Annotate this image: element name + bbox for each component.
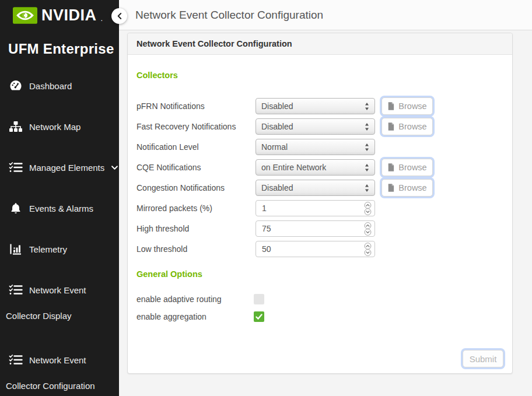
sidebar-item-network-event-collector-display[interactable]: Network Event Collector Display [0, 282, 119, 321]
sidebar-item-label: Events & Alarms [29, 204, 93, 213]
field-label: Congestion Notifications [136, 183, 256, 192]
form-row-cqe-notifications: CQE Notifications on Entire Network Brow… [136, 159, 503, 176]
sidebar-item-managed-elements[interactable]: Managed Elements [0, 159, 119, 176]
select-updown-icon [365, 184, 369, 192]
sidebar-item-label-line2: Collector Display [0, 311, 119, 321]
select-updown-icon [365, 103, 369, 110]
browse-button[interactable]: Browse [382, 97, 433, 115]
stepper-icon[interactable] [364, 242, 372, 257]
sidebar-item-label: Telemetry [29, 244, 67, 254]
main-content: Network Event Collector Configuration Co… [119, 30, 532, 396]
pfrn-notifications-select[interactable]: Disabled [256, 98, 375, 114]
submit-button[interactable]: Submit [463, 350, 503, 367]
bell-icon [8, 201, 23, 216]
sidebar-item-network-event-collector-configuration[interactable]: Network Event Collector Configuration [0, 352, 119, 391]
section-heading-collectors: Collectors [136, 71, 503, 80]
field-label: Low threshold [136, 244, 256, 254]
number-field[interactable] [262, 244, 349, 254]
sidebar-item-label: Network Map [29, 122, 80, 132]
browse-button[interactable]: Browse [382, 179, 433, 197]
field-label: High threshold [136, 224, 256, 233]
field-label: Notification Level [136, 142, 256, 152]
sidebar-item-label: Network Event [29, 285, 86, 295]
check-row-enable-adaptive-routing: enable adaptive routing [136, 290, 503, 308]
form-row-pfrn-notifications: pFRN Notifications Disabled Browse [136, 98, 503, 114]
browse-label: Browse [398, 163, 426, 172]
chevron-down-icon [111, 166, 118, 170]
select-value: Disabled [261, 101, 293, 111]
select-updown-icon [365, 123, 369, 131]
form-row-notification-level: Notification Level Normal [136, 139, 503, 155]
sidebar-item-label: Managed Elements [29, 163, 104, 173]
sidebar-item-events-alarms[interactable]: Events & Alarms [0, 200, 119, 216]
congestion-notifications-select[interactable]: Disabled [256, 180, 375, 196]
sidebar-item-telemetry[interactable]: Telemetry [0, 241, 119, 257]
gauge-icon [8, 79, 23, 93]
cqe-notifications-select[interactable]: on Entire Network [256, 159, 375, 176]
field-label: CQE Notifications [136, 163, 256, 172]
stepper-icon[interactable] [364, 222, 372, 236]
sidebar-item-network-map[interactable]: Network Map [0, 118, 119, 135]
nvidia-eye-icon [13, 7, 37, 24]
browse-label: Browse [398, 183, 426, 192]
config-card: Network Event Collector Configuration Co… [127, 33, 513, 374]
form-row-mirrored-packets: Mirrored packets (%) [136, 200, 503, 216]
select-value: on Entire Network [261, 163, 326, 172]
browse-button[interactable]: Browse [382, 159, 433, 176]
browse-label: Browse [398, 101, 426, 111]
fast-recovery-notifications-select[interactable]: Disabled [256, 118, 375, 135]
select-updown-icon [365, 164, 369, 171]
mirrored-packets-input[interactable] [256, 200, 375, 216]
form-row-high-threshold: High threshold [136, 220, 503, 237]
sidebar-item-label-line2: Collector Configuration [0, 381, 119, 391]
select-value: Disabled [261, 122, 293, 131]
bar-chart-icon [8, 242, 23, 257]
form-row-fast-recovery-notifications: Fast Recovery Notifications Disabled Bro… [136, 118, 503, 135]
nvidia-logo: NVIDIA. [13, 6, 103, 24]
sidebar-item-label: Dashboard [29, 81, 72, 91]
form-row-congestion-notifications: Congestion Notifications Disabled Browse [136, 180, 503, 196]
field-label: pFRN Notifications [136, 101, 256, 111]
select-updown-icon [365, 143, 369, 151]
checkbox-label: enable aggregation [136, 312, 254, 321]
back-button[interactable] [111, 8, 127, 24]
number-field[interactable] [262, 204, 349, 213]
list-check-icon [8, 160, 23, 175]
file-icon [387, 102, 394, 110]
sidebar-item-label: Network Event [29, 355, 86, 365]
select-value: Disabled [261, 183, 293, 192]
sidebar: NVIDIA. UFM Enterprise Dashboard [0, 0, 119, 396]
notification-level-select[interactable]: Normal [256, 139, 375, 155]
nvidia-wordmark-dot: . [101, 14, 103, 24]
list-check-icon [8, 283, 23, 297]
number-field[interactable] [262, 224, 349, 233]
card-title: Network Event Collector Configuration [128, 33, 512, 55]
enable-aggregation-checkbox[interactable] [254, 311, 264, 322]
field-label: Mirrored packets (%) [136, 204, 256, 213]
chevron-left-icon [117, 12, 122, 20]
form-row-low-threshold: Low threshold [136, 241, 503, 257]
enable-adaptive-routing-checkbox[interactable] [254, 294, 264, 304]
check-row-enable-aggregation: enable aggregation [136, 308, 503, 325]
card-body: Collectors pFRN Notifications Disabled B… [128, 55, 512, 334]
check-icon [256, 314, 262, 320]
checkbox-label: enable adaptive routing [136, 295, 254, 304]
browse-label: Browse [398, 122, 426, 131]
stepper-icon[interactable] [364, 201, 372, 216]
sidebar-item-dashboard[interactable]: Dashboard [0, 78, 119, 94]
topbar: Network Event Collector Configuration [119, 0, 532, 30]
high-threshold-input[interactable] [256, 220, 375, 237]
file-icon [387, 122, 394, 131]
list-check-icon [8, 353, 23, 367]
product-title: UFM Enterprise [8, 41, 114, 57]
browse-button[interactable]: Browse [382, 118, 433, 135]
low-threshold-input[interactable] [256, 241, 375, 257]
nvidia-wordmark: NVIDIA [41, 6, 97, 24]
page-title: Network Event Collector Configuration [135, 0, 323, 30]
field-label: Fast Recovery Notifications [136, 122, 256, 131]
select-value: Normal [261, 142, 288, 152]
section-heading-general-options: General Options [136, 269, 503, 279]
file-icon [387, 163, 394, 171]
sitemap-icon [8, 120, 23, 134]
file-icon [387, 184, 394, 192]
